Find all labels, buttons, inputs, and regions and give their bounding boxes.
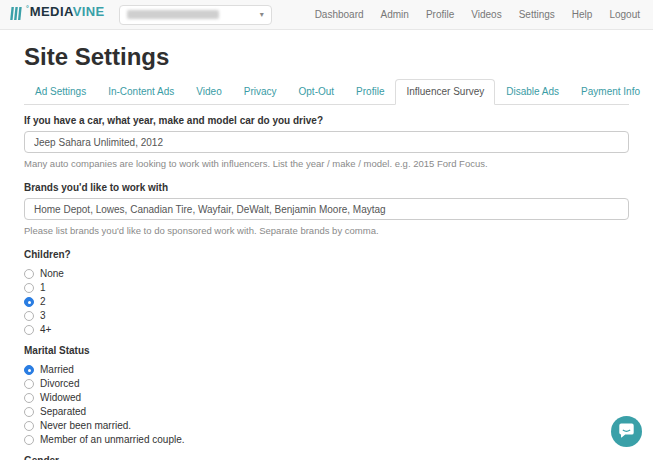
brands-question-group: Brands you'd like to work with Please li… <box>24 182 629 236</box>
car-input[interactable] <box>24 131 629 153</box>
children-group: Children?None1234+ <box>24 249 629 335</box>
chevron-down-icon: ▾ <box>260 11 264 19</box>
main-content: Site Settings Ad SettingsIn-Content AdsV… <box>0 43 653 460</box>
brands-input[interactable] <box>24 198 629 220</box>
radio-option-label: 1 <box>40 283 46 293</box>
radio-option-label: 2 <box>40 297 46 307</box>
radio-button[interactable] <box>24 269 34 279</box>
radio-option-label: Married <box>40 365 74 375</box>
radio-button[interactable] <box>24 407 34 417</box>
logo-media-text: MEDIA <box>30 4 73 19</box>
radio-button[interactable] <box>24 421 34 431</box>
radio-button[interactable] <box>24 365 34 375</box>
radio-option-children-none[interactable]: None <box>24 269 629 279</box>
nav-item-dashboard[interactable]: Dashboard <box>315 9 364 20</box>
radio-option-label: None <box>40 269 64 279</box>
radio-button[interactable] <box>24 379 34 389</box>
radio-option-label: Divorced <box>40 379 79 389</box>
radio-option-marital-status-separated[interactable]: Separated <box>24 407 629 417</box>
radio-button[interactable] <box>24 393 34 403</box>
logo-wordmark: MEDIAVINE <box>30 5 105 19</box>
marital-status-group: Marital StatusMarriedDivorcedWidowedSepa… <box>24 345 629 445</box>
top-nav: DashboardAdminProfileVideosSettingsHelpL… <box>298 9 640 20</box>
car-question-help: Many auto companies are looking to work … <box>24 158 629 169</box>
redacted-site-name <box>127 10 219 19</box>
radio-button[interactable] <box>24 297 34 307</box>
radio-option-children-3[interactable]: 3 <box>24 311 629 321</box>
gender-label: Gender <box>24 455 629 460</box>
page-title: Site Settings <box>24 43 629 71</box>
radio-option-marital-status-married[interactable]: Married <box>24 365 629 375</box>
radio-groups: Children?None1234+Marital StatusMarriedD… <box>24 249 629 460</box>
tab-payment-info[interactable]: Payment Info <box>570 79 651 105</box>
radio-button[interactable] <box>24 311 34 321</box>
radio-option-marital-status-divorced[interactable]: Divorced <box>24 379 629 389</box>
radio-button[interactable] <box>24 283 34 293</box>
tab-ad-settings[interactable]: Ad Settings <box>24 79 97 105</box>
influencer-survey-form: If you have a car, what year, make and m… <box>24 115 629 460</box>
radio-option-label: Member of an unmarried couple. <box>40 435 185 445</box>
children-label: Children? <box>24 249 629 260</box>
nav-item-profile[interactable]: Profile <box>426 9 454 20</box>
brands-question-label: Brands you'd like to work with <box>24 182 629 193</box>
logo-vine-text: VINE <box>73 4 105 19</box>
radio-option-marital-status-widowed[interactable]: Widowed <box>24 393 629 403</box>
radio-option-marital-status-never-been-married[interactable]: Never been married. <box>24 421 629 431</box>
site-settings-page: ° MEDIAVINE ▾ DashboardAdminProfileVideo… <box>0 0 653 460</box>
nav-item-settings[interactable]: Settings <box>519 9 555 20</box>
radio-option-label: Never been married. <box>40 421 131 431</box>
chat-bubble-icon <box>618 422 635 442</box>
nav-item-admin[interactable]: Admin <box>381 9 409 20</box>
chat-launcher-button[interactable] <box>611 416 642 447</box>
logo-degree-mark: ° <box>26 5 29 12</box>
site-selector-dropdown[interactable]: ▾ <box>119 5 272 25</box>
tab-privacy[interactable]: Privacy <box>233 79 288 105</box>
tab-profile[interactable]: Profile <box>345 79 395 105</box>
radio-option-label: Widowed <box>40 393 81 403</box>
radio-button[interactable] <box>24 435 34 445</box>
settings-tabs: Ad SettingsIn-Content AdsVideoPrivacyOpt… <box>24 79 629 105</box>
radio-option-children-2[interactable]: 2 <box>24 297 629 307</box>
radio-option-label: Separated <box>40 407 86 417</box>
radio-button[interactable] <box>24 325 34 335</box>
mediavine-logo-icon <box>10 6 24 24</box>
tab-influencer-survey[interactable]: Influencer Survey <box>395 79 495 105</box>
gender-group: GenderMaleFemalePrefer not to answer. <box>24 455 629 460</box>
tab-in-content-ads[interactable]: In-Content Ads <box>97 79 185 105</box>
nav-item-help[interactable]: Help <box>572 9 593 20</box>
tab-disable-ads[interactable]: Disable Ads <box>495 79 570 105</box>
mediavine-logo[interactable]: ° MEDIAVINE <box>10 5 105 24</box>
radio-option-children-4[interactable]: 4+ <box>24 325 629 335</box>
radio-option-label: 4+ <box>40 325 51 335</box>
radio-option-label: 3 <box>40 311 46 321</box>
car-question-group: If you have a car, what year, make and m… <box>24 115 629 169</box>
marital-status-label: Marital Status <box>24 345 629 356</box>
radio-option-marital-status-member-of-an-unmarried-couple[interactable]: Member of an unmarried couple. <box>24 435 629 445</box>
tab-video[interactable]: Video <box>185 79 232 105</box>
radio-option-children-1[interactable]: 1 <box>24 283 629 293</box>
tab-opt-out[interactable]: Opt-Out <box>288 79 346 105</box>
brands-question-help: Please list brands you'd like to do spon… <box>24 225 629 236</box>
car-question-label: If you have a car, what year, make and m… <box>24 115 629 126</box>
nav-item-logout[interactable]: Logout <box>609 9 640 20</box>
nav-item-videos[interactable]: Videos <box>471 9 501 20</box>
top-navbar: ° MEDIAVINE ▾ DashboardAdminProfileVideo… <box>0 0 653 30</box>
